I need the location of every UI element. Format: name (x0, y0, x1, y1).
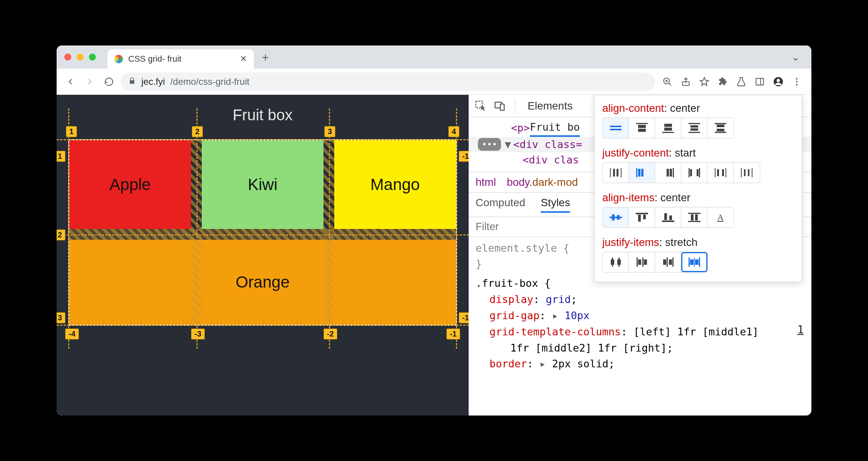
svg-rect-60 (695, 214, 698, 220)
rule-selector: .fruit-box { (476, 277, 551, 289)
align-content-space-around-button[interactable] (681, 118, 707, 138)
svg-rect-58 (688, 213, 700, 214)
svg-rect-22 (689, 132, 700, 133)
minimize-window-button[interactable] (77, 54, 84, 61)
share-icon[interactable] (677, 73, 694, 90)
content-area: Fruit box Apple Kiwi Mango Orange (57, 95, 811, 416)
grid-line-badge: -2 (323, 328, 337, 340)
tabs-overflow-icon[interactable]: ⌄ (791, 51, 804, 63)
back-button[interactable] (63, 74, 78, 89)
extensions-icon[interactable] (714, 73, 731, 90)
grid-align-popover: align-content: center justify-content: s… (594, 95, 802, 282)
device-toggle-icon[interactable] (493, 99, 506, 113)
justify-items-start-button[interactable] (629, 252, 655, 272)
svg-rect-12 (610, 129, 622, 130)
svg-rect-76 (690, 259, 694, 265)
labs-icon[interactable] (733, 73, 750, 90)
disclosure-icon[interactable]: ▼ (505, 137, 511, 153)
menu-icon[interactable] (788, 73, 805, 90)
css-val-cont: 1fr [middle2] 1fr [right]; (510, 342, 673, 354)
css-prop: grid-gap (489, 310, 540, 321)
dom-ellipsis-icon[interactable]: ••• (478, 138, 501, 151)
grid-line-badge: -1 (459, 151, 469, 162)
svg-rect-44 (726, 168, 726, 177)
rendered-page: Fruit box Apple Kiwi Mango Orange (57, 95, 469, 416)
align-items-end-button[interactable] (655, 207, 681, 227)
css-prop: border (489, 358, 527, 370)
forward-button[interactable] (82, 74, 97, 89)
grid-item-mango: Mango (334, 140, 456, 229)
grid-line-badge: 3 (57, 312, 65, 323)
svg-rect-46 (744, 169, 746, 176)
rule-origin-link[interactable]: 1 (797, 323, 804, 336)
align-items-stretch-button[interactable] (681, 207, 707, 227)
svg-rect-79 (699, 257, 700, 267)
svg-rect-16 (664, 124, 672, 127)
grid-line (196, 108, 198, 349)
profile-avatar[interactable] (770, 73, 787, 90)
svg-rect-70 (644, 259, 647, 265)
justify-items-stretch-button[interactable] (681, 252, 707, 272)
grid-line (57, 139, 469, 140)
url-domain: jec.fyi (141, 76, 165, 87)
new-tab-button[interactable]: ＋ (258, 49, 273, 65)
pop-val: center (670, 102, 700, 114)
svg-rect-47 (748, 169, 749, 176)
element-style-close: } (476, 258, 482, 270)
zoom-icon[interactable] (659, 73, 676, 90)
align-items-center-button[interactable] (603, 207, 629, 227)
star-icon[interactable] (696, 73, 713, 90)
justify-content-space-evenly-button[interactable] (734, 163, 760, 183)
svg-rect-41 (715, 168, 716, 177)
sidepanel-icon[interactable] (751, 73, 768, 90)
tab-computed[interactable]: Computed (476, 197, 525, 213)
justify-content-space-around-button[interactable] (707, 163, 734, 183)
omnibox[interactable]: jec.fyi/demo/css-grid-fruit (121, 72, 655, 91)
reload-button[interactable] (101, 74, 117, 89)
svg-point-5 (796, 78, 798, 79)
pop-prop: justify-items (602, 236, 659, 248)
svg-rect-25 (717, 129, 724, 131)
align-content-space-between-button[interactable] (707, 118, 734, 138)
svg-rect-24 (717, 125, 724, 127)
justify-content-space-between-button[interactable] (681, 163, 707, 183)
svg-rect-18 (662, 132, 674, 133)
svg-rect-45 (741, 168, 742, 177)
justify-items-center-button[interactable] (603, 252, 629, 272)
align-items-baseline-button[interactable]: A (707, 207, 734, 227)
breadcrumb-html[interactable]: html (476, 176, 496, 188)
svg-rect-67 (637, 257, 638, 267)
svg-rect-39 (697, 169, 699, 176)
close-tab-icon[interactable]: ✕ (240, 54, 247, 64)
justify-items-end-button[interactable] (655, 252, 681, 272)
browser-window: CSS grid- fruit ✕ ＋ ⌄ jec.fyi/demo/css-g… (57, 45, 811, 416)
grid-item-apple: Apple (69, 140, 191, 229)
align-content-end-button[interactable] (655, 118, 681, 138)
maximize-window-button[interactable] (89, 54, 96, 61)
tab-elements[interactable]: Elements (524, 96, 576, 116)
expand-icon[interactable]: ▸ (552, 310, 558, 321)
pop-val: center (660, 192, 690, 204)
dom-tag: <p> (511, 120, 530, 136)
align-content-start-button[interactable] (629, 118, 655, 138)
svg-rect-73 (669, 259, 672, 265)
inspect-icon[interactable] (474, 99, 487, 113)
align-content-center-button[interactable] (603, 118, 629, 138)
grid-line-badge: -3 (191, 328, 205, 340)
tab-styles[interactable]: Styles (541, 197, 570, 213)
svg-rect-57 (662, 220, 674, 222)
expand-icon[interactable]: ▸ (540, 358, 546, 370)
grid-line (57, 325, 469, 326)
dom-text: Fruit bo (530, 119, 580, 137)
grid-item-kiwi: Kiwi (202, 140, 323, 229)
align-items-start-button[interactable] (629, 207, 655, 227)
breadcrumb-body[interactable]: body (507, 176, 530, 188)
justify-content-end-button[interactable] (655, 163, 681, 183)
tab-title: CSS grid- fruit (128, 54, 181, 64)
justify-content-start-button[interactable] (629, 163, 655, 183)
close-window-button[interactable] (64, 54, 71, 61)
svg-rect-37 (689, 168, 690, 177)
tab-active[interactable]: CSS grid- fruit ✕ (107, 49, 254, 69)
svg-rect-26 (715, 132, 726, 133)
justify-content-center-button[interactable] (603, 163, 629, 183)
